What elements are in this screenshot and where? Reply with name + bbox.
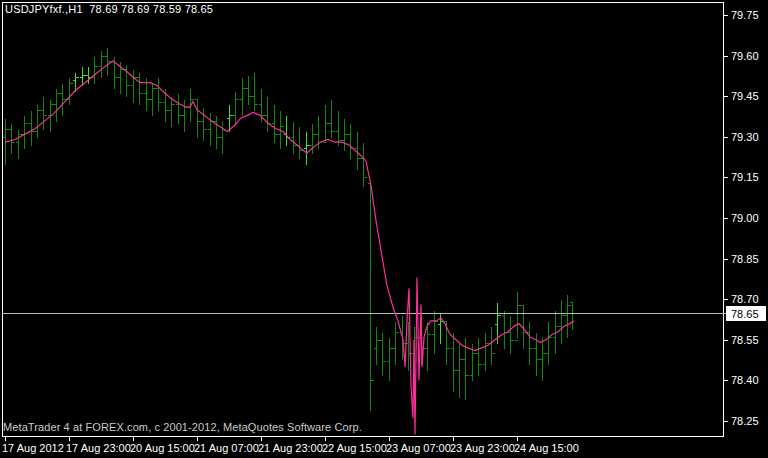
ohlc-bar xyxy=(368,181,374,411)
ohlc-bar xyxy=(240,78,246,116)
ohlc-bar xyxy=(361,143,367,187)
ohlc-bar xyxy=(432,311,438,354)
price-label: 78.85 xyxy=(731,253,759,265)
ohlc-bar xyxy=(284,116,290,146)
chart-window: 79.7579.6079.4579.3079.1579.0078.8578.70… xyxy=(0,0,768,458)
ohlc-bar xyxy=(425,322,431,371)
time-label: 17 Aug 23:00 xyxy=(66,442,131,454)
ohlc-bar xyxy=(310,124,316,154)
ohlc-bar xyxy=(540,338,546,381)
ohlc-bar xyxy=(22,116,28,149)
ohlc-bar xyxy=(476,338,482,376)
price-label: 79.15 xyxy=(731,171,759,183)
time-label: 23 Aug 07:00 xyxy=(386,442,451,454)
ohlc-bar xyxy=(137,73,143,105)
ohlc-bar xyxy=(67,78,73,105)
ohlc-bar xyxy=(329,100,335,138)
ohlc-bar xyxy=(9,124,15,154)
bid-price-box: 78.65 xyxy=(726,306,766,321)
ohlc-bar xyxy=(214,116,220,149)
time-label: 17 Aug 2012 xyxy=(2,442,64,454)
ohlc-bar xyxy=(559,300,565,344)
ohlc-bar xyxy=(304,132,310,165)
ohlc-bar xyxy=(156,78,162,111)
chart-border xyxy=(3,3,724,437)
ohlc-bar xyxy=(489,327,495,365)
ohlc-bar xyxy=(60,84,66,116)
price-label: 79.30 xyxy=(731,131,759,143)
time-scale[interactable]: 17 Aug 201217 Aug 23:0020 Aug 15:0021 Au… xyxy=(2,437,579,454)
ohlc-bar xyxy=(54,89,60,122)
ohlc-bar xyxy=(508,316,514,354)
chart-title: USDJPYfxf.,H1 78.69 78.69 78.59 78.65 xyxy=(5,3,213,15)
ohlc-bar xyxy=(272,105,278,143)
ohlc-bar xyxy=(265,97,271,132)
time-label: 21 Aug 23:00 xyxy=(258,442,323,454)
time-label: 21 Aug 07:00 xyxy=(194,442,259,454)
price-label: 78.25 xyxy=(731,415,759,427)
ohlc-bar xyxy=(99,51,105,78)
ohlc-bar xyxy=(483,333,489,371)
ohlc-bar xyxy=(457,344,463,398)
price-label: 79.75 xyxy=(731,9,759,21)
ohlc-bar xyxy=(208,113,214,146)
ohlc-bar xyxy=(291,122,297,154)
ohlc-bar xyxy=(233,92,239,124)
ohlc-bar xyxy=(35,105,41,138)
ohlc-bar xyxy=(502,311,508,349)
ohlc-bar xyxy=(323,105,329,143)
price-label: 78.70 xyxy=(731,293,759,305)
ohlc-bar xyxy=(169,97,175,127)
ohlc-bar xyxy=(387,338,393,381)
time-label: 20 Aug 15:00 xyxy=(130,442,195,454)
time-label: 24 Aug 15:00 xyxy=(514,442,579,454)
ohlc-bar xyxy=(182,100,188,132)
time-label: 22 Aug 15:00 xyxy=(322,442,387,454)
ohlc-bar xyxy=(246,76,252,105)
ohlc-bar xyxy=(252,73,258,111)
ohlc-bar xyxy=(380,333,386,376)
ohlc-bar xyxy=(176,94,182,124)
ohlc-bar xyxy=(16,130,22,159)
ohlc-bar xyxy=(515,292,521,341)
ma-line xyxy=(5,61,574,435)
price-label: 79.00 xyxy=(731,212,759,224)
ohlc-bar xyxy=(348,124,354,159)
ohlc-bar xyxy=(336,111,342,146)
ohlc-bar xyxy=(451,333,457,392)
price-scale[interactable]: 79.7579.6079.4579.3079.1579.0078.8578.70… xyxy=(723,9,766,427)
ohlc-bar xyxy=(41,97,47,130)
ohlc-bar xyxy=(565,295,571,338)
time-label: 23 Aug 23:00 xyxy=(450,442,515,454)
price-label: 78.40 xyxy=(731,374,759,386)
chart-canvas[interactable]: 79.7579.6079.4579.3079.1579.0078.8578.70… xyxy=(0,0,768,458)
ohlc-bar xyxy=(131,70,137,103)
ohlc-bar xyxy=(527,322,533,365)
price-label: 79.60 xyxy=(731,50,759,62)
bar-series xyxy=(3,48,576,411)
broker-watermark: MetaTrader 4 at FOREX.com, c 2001-2012, … xyxy=(3,421,362,433)
ohlc-bar xyxy=(393,322,399,365)
ohlc-bar xyxy=(297,127,303,159)
ohlc-bar xyxy=(150,84,156,116)
ohlc-bar xyxy=(342,119,348,151)
ohlc-bar xyxy=(29,111,35,146)
bid-price-label: 78.65 xyxy=(731,308,759,320)
ohlc-bar xyxy=(546,322,552,365)
ohlc-bar xyxy=(105,48,111,76)
ohlc-bar xyxy=(570,303,576,330)
ohlc-bar xyxy=(374,327,380,365)
price-label: 78.55 xyxy=(731,334,759,346)
price-label: 79.45 xyxy=(731,90,759,102)
ohlc-bar xyxy=(92,57,98,84)
